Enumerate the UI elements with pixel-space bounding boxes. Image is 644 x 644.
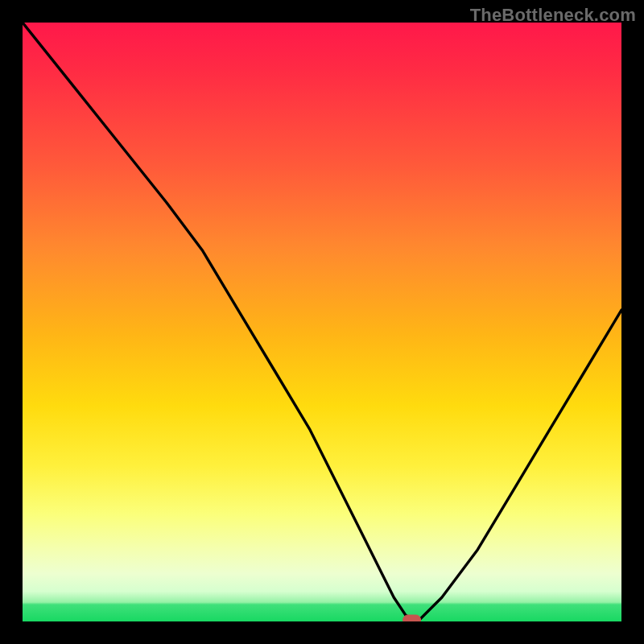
plot-area: [23, 23, 621, 621]
curve-overlay: [23, 23, 621, 621]
bottleneck-curve: [23, 23, 621, 621]
watermark-text: TheBottleneck.com: [470, 5, 636, 26]
chart-frame: TheBottleneck.com: [0, 0, 644, 644]
optimum-marker: [403, 615, 421, 621]
